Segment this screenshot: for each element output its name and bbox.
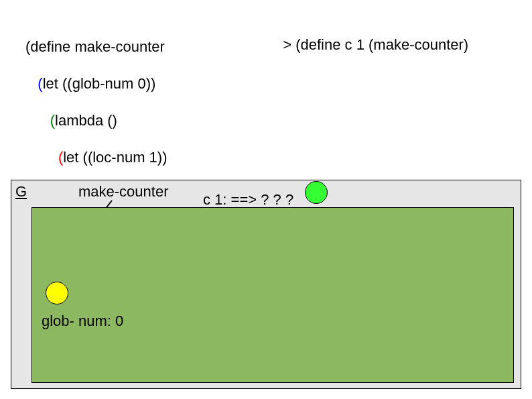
let-env-frame: glob- num: 0 bbox=[31, 207, 514, 383]
glob-num-binding: glob- num: 0 bbox=[42, 312, 123, 330]
closure-circle-green bbox=[305, 181, 328, 204]
paren-blue-open: ( bbox=[38, 75, 42, 92]
repl-line: > (define c 1 (make-counter) bbox=[283, 36, 468, 53]
c1-binding-label: c 1: ==> ? ? ? bbox=[203, 191, 293, 209]
make-counter-label: make-counter bbox=[78, 183, 169, 201]
repl-input: > (define c 1 (make-counter) bbox=[275, 19, 468, 54]
global-env-frame: G make-counter c 1: ==> ? ? ? glob- num:… bbox=[11, 180, 521, 389]
code-line-3: lambda () bbox=[55, 112, 117, 129]
paren-green-open: ( bbox=[50, 112, 55, 129]
code-line-2: let ((glob-num 0)) bbox=[43, 75, 156, 92]
code-line-1: (define make-counter bbox=[25, 38, 165, 55]
closure-circle-yellow bbox=[46, 282, 68, 304]
code-line-4: let ((loc-num 1)) bbox=[63, 149, 167, 166]
global-env-label: G bbox=[15, 183, 27, 201]
